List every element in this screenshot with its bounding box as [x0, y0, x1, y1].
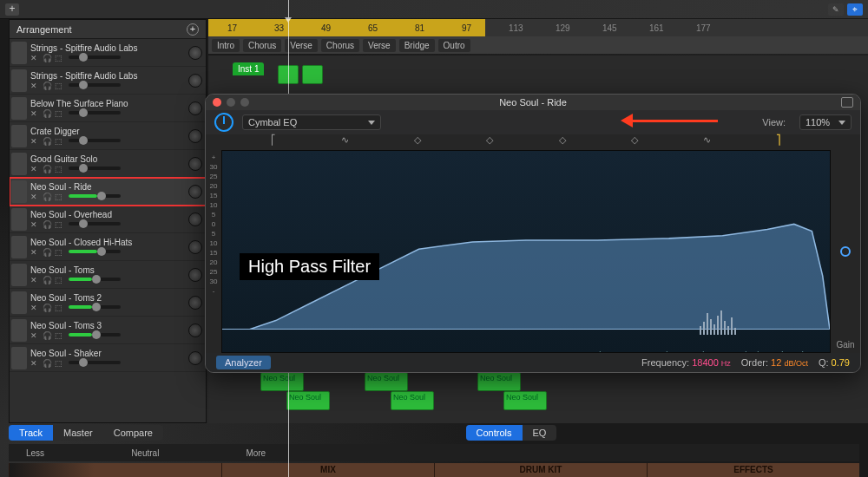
view-zoom-selector[interactable]: 110% — [799, 114, 852, 130]
arrangement-marker[interactable]: Outro — [438, 39, 470, 52]
pan-knob[interactable] — [188, 101, 202, 115]
output-gain-knob[interactable] — [840, 246, 851, 257]
track-header[interactable]: Below The Surface Piano ✕ 🎧 ⬚ — [10, 95, 206, 122]
segment-tab[interactable]: Master — [53, 425, 103, 441]
bell-band-icon[interactable]: ◇ — [598, 134, 670, 150]
mute-button[interactable]: ✕ — [30, 331, 39, 340]
bell-band-icon[interactable]: ◇ — [382, 134, 454, 150]
volume-slider[interactable] — [69, 333, 121, 337]
plugin-titlebar[interactable]: Neo Soul - Ride — [206, 95, 860, 110]
record-button[interactable]: ⬚ — [55, 54, 63, 62]
record-button[interactable]: ⬚ — [55, 248, 63, 257]
audio-region[interactable]: Neo Soul — [391, 391, 434, 410]
volume-slider[interactable] — [69, 222, 121, 225]
mute-button[interactable]: ✕ — [30, 165, 39, 173]
pan-knob[interactable] — [188, 74, 202, 88]
track-master-segment[interactable]: TrackMasterCompare — [9, 425, 163, 441]
volume-slider[interactable] — [69, 194, 121, 198]
record-button[interactable]: ⬚ — [55, 276, 63, 284]
arrangement-marker[interactable]: Chorus — [321, 39, 359, 52]
order-readout[interactable]: Order: 12 dB/Oct — [741, 357, 808, 368]
record-button[interactable]: ⬚ — [55, 359, 63, 368]
volume-slider[interactable] — [69, 305, 121, 309]
solo-button[interactable]: 🎧 — [43, 220, 51, 229]
solo-button[interactable]: 🎧 — [43, 359, 51, 368]
solo-button[interactable]: 🎧 — [43, 331, 51, 340]
track-header[interactable]: Strings - Spitfire Audio Labs ✕ 🎧 ⬚ — [10, 67, 206, 95]
record-button[interactable]: ⬚ — [55, 331, 63, 340]
audio-region[interactable]: Neo Soul — [503, 391, 547, 410]
pan-knob[interactable] — [188, 185, 202, 199]
bar-ruler[interactable]: 173349658197113129145161177 — [208, 19, 868, 36]
mute-button[interactable]: ✕ — [30, 193, 39, 201]
solo-button[interactable]: 🎧 — [43, 82, 51, 90]
pan-knob[interactable] — [188, 240, 202, 254]
solo-button[interactable]: 🎧 — [43, 137, 51, 146]
preset-selector[interactable]: Cymbal EQ — [242, 114, 381, 130]
record-button[interactable]: ⬚ — [55, 220, 63, 229]
solo-button[interactable]: 🎧 — [43, 193, 51, 201]
analyzer-button[interactable]: Analyzer — [216, 356, 271, 369]
pan-knob[interactable] — [188, 351, 202, 365]
mute-button[interactable]: ✕ — [30, 82, 39, 90]
volume-slider[interactable] — [69, 361, 121, 364]
mute-button[interactable]: ✕ — [30, 220, 39, 229]
volume-slider[interactable] — [69, 278, 121, 281]
volume-slider[interactable] — [69, 111, 121, 114]
smart-controls-pane[interactable]: DRUM KIT — [434, 463, 647, 477]
pan-knob[interactable] — [188, 212, 202, 226]
close-icon[interactable] — [213, 98, 221, 107]
record-button[interactable]: ⬚ — [55, 82, 63, 90]
solo-button[interactable]: 🎧 — [43, 276, 51, 284]
volume-slider[interactable] — [69, 56, 121, 59]
mute-button[interactable]: ✕ — [30, 54, 39, 62]
midi-region[interactable] — [302, 65, 323, 84]
bell-band-icon[interactable]: ◇ — [526, 134, 598, 150]
smart-controls-pane[interactable]: MIX — [221, 463, 434, 477]
track-header[interactable]: Neo Soul - Toms 3 ✕ 🎧 ⬚ — [10, 317, 206, 344]
mute-button[interactable]: ✕ — [30, 304, 39, 312]
track-header[interactable]: Neo Soul - Shaker ✕ 🎧 ⬚ — [10, 344, 206, 372]
controls-eq-segment[interactable]: ControlsEQ — [466, 425, 557, 441]
snap-tool-icon[interactable]: ⌖ — [847, 3, 863, 16]
volume-slider[interactable] — [69, 250, 121, 253]
add-arrangement-button[interactable]: + — [187, 23, 199, 36]
mute-button[interactable]: ✕ — [30, 359, 39, 368]
pan-knob[interactable] — [188, 323, 202, 337]
track-header[interactable]: Neo Soul - Overhead ✕ 🎧 ⬚ — [10, 206, 206, 233]
eq-curve[interactable] — [222, 151, 830, 330]
record-button[interactable]: ⬚ — [55, 193, 63, 201]
solo-button[interactable]: 🎧 — [43, 109, 51, 118]
arrangement-markers[interactable]: IntroChorusVerseChorusVerseBridgeOutro — [208, 36, 868, 54]
volume-slider[interactable] — [69, 167, 121, 170]
power-button[interactable] — [214, 113, 233, 132]
add-track-button[interactable]: + — [5, 3, 19, 16]
mute-button[interactable]: ✕ — [30, 248, 39, 257]
mute-button[interactable]: ✕ — [30, 109, 39, 118]
track-header[interactable]: Neo Soul - Toms ✕ 🎧 ⬚ — [10, 261, 206, 289]
expand-icon[interactable] — [841, 97, 853, 108]
mute-button[interactable]: ✕ — [30, 276, 39, 284]
arrangement-marker[interactable]: Verse — [285, 39, 318, 52]
window-traffic-lights[interactable] — [213, 98, 249, 107]
record-button[interactable]: ⬚ — [55, 165, 63, 173]
track-header[interactable]: Good Guitar Solo ✕ 🎧 ⬚ — [10, 150, 206, 178]
solo-button[interactable]: 🎧 — [43, 165, 51, 173]
highshelf-band-icon[interactable]: ∿ — [671, 134, 743, 150]
smart-controls-pane[interactable]: EFFECTS — [647, 463, 859, 477]
bell-band-icon[interactable]: ◇ — [454, 134, 526, 150]
segment-tab[interactable]: Compare — [103, 425, 163, 441]
lp-band-icon[interactable]: ⎤ — [743, 134, 815, 150]
volume-slider[interactable] — [69, 139, 121, 142]
smart-controls-pane[interactable] — [9, 463, 221, 477]
pan-knob[interactable] — [188, 268, 202, 282]
freq-readout[interactable]: Frequency: 18400 Hz — [641, 357, 731, 368]
arrangement-marker[interactable]: Intro — [212, 39, 240, 52]
volume-slider[interactable] — [69, 83, 121, 87]
pan-knob[interactable] — [188, 296, 202, 310]
solo-button[interactable]: 🎧 — [43, 304, 51, 312]
segment-tab[interactable]: Controls — [466, 425, 523, 441]
eq-graph[interactable]: High Pass Filter 20304050608010020030040… — [221, 150, 831, 353]
minimize-icon[interactable] — [227, 98, 235, 107]
segment-tab[interactable]: EQ — [523, 425, 557, 441]
